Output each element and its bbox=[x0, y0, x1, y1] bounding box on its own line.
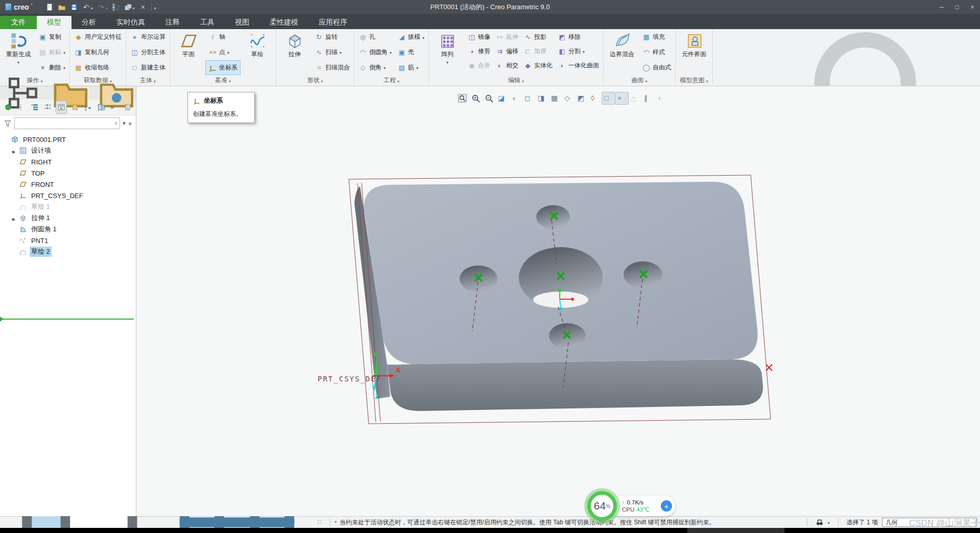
tree-columns-button[interactable] bbox=[56, 101, 66, 113]
ribbon-button-divide[interactable]: ◧分割 bbox=[555, 44, 602, 58]
pause-button[interactable]: ∥ bbox=[642, 92, 655, 104]
expander-icon[interactable] bbox=[11, 147, 16, 155]
ribbon-button-boundary-blend[interactable]: 边界混合 bbox=[605, 30, 639, 75]
tree-item-TOP[interactable]: TOP bbox=[0, 167, 136, 179]
ribbon-button-remove[interactable]: ◩移除 bbox=[555, 30, 602, 44]
search-binoculars-icon[interactable] bbox=[816, 518, 824, 526]
minimize-button[interactable]: ─ bbox=[934, 0, 949, 14]
tree-item-PRT0001.PRT[interactable]: PRT0001.PRT bbox=[0, 134, 136, 145]
tree-search-box[interactable]: × bbox=[14, 117, 120, 129]
ribbon-button-regenerate[interactable]: 重新生成 bbox=[2, 30, 35, 75]
search-caret-icon[interactable] bbox=[828, 519, 830, 526]
ribbon-button-freestyle[interactable]: ◯自由式 bbox=[639, 61, 674, 75]
tab-工具[interactable]: 工具 bbox=[190, 16, 225, 29]
ribbon-button-delete[interactable]: ×删除 bbox=[36, 61, 68, 75]
ribbon-button-fill[interactable]: ▦填充 bbox=[639, 30, 674, 44]
monitor-add-button[interactable]: + bbox=[661, 500, 672, 512]
annotation-display-button[interactable]: □ bbox=[602, 92, 615, 104]
ribbon-group-label[interactable]: 模型意图 bbox=[677, 75, 711, 86]
ribbon-button-rib[interactable]: ▨筋 bbox=[395, 61, 427, 75]
qat-undo-button[interactable]: ↶ bbox=[81, 2, 94, 13]
tab-注释[interactable]: 注释 bbox=[155, 16, 190, 29]
ribbon-button-offset[interactable]: ⇉偏移 bbox=[493, 44, 521, 58]
maximize-button[interactable]: □ bbox=[949, 0, 965, 14]
ribbon-button-shrinkwrap[interactable]: ▩收缩包络 bbox=[71, 61, 124, 75]
active-model-button[interactable] bbox=[3, 101, 13, 113]
capture-button[interactable]: ▦ bbox=[549, 92, 562, 104]
qat-open-file-button[interactable] bbox=[56, 2, 67, 13]
expander-icon[interactable] bbox=[11, 214, 16, 222]
zoom-fit-button[interactable] bbox=[456, 92, 469, 104]
tab-视图[interactable]: 视图 bbox=[225, 16, 259, 29]
ribbon-button-split-body[interactable]: ◫分割主体 bbox=[128, 45, 168, 59]
ribbon-button-copy-geometry[interactable]: ◨复制几何 bbox=[71, 45, 124, 59]
repaint-button[interactable]: ◪ bbox=[496, 92, 509, 104]
qat-window-switch-button[interactable] bbox=[123, 2, 136, 13]
qat-save-button[interactable] bbox=[68, 2, 80, 13]
ribbon-group-label[interactable]: 基准 bbox=[172, 75, 274, 86]
expand-items-button[interactable] bbox=[30, 101, 40, 113]
ribbon-button-revolve[interactable]: ↻旋转 bbox=[312, 30, 352, 44]
close-button[interactable]: × bbox=[965, 0, 980, 14]
filter-funnel-icon[interactable] bbox=[4, 119, 12, 128]
tab-实时仿真[interactable]: 实时仿真 bbox=[106, 16, 155, 29]
ribbon-button-sketch[interactable]: 草绘 bbox=[241, 30, 274, 75]
tree-item-倒圆角 1[interactable]: 倒圆角 1 bbox=[0, 224, 136, 235]
tree-filters-button[interactable] bbox=[83, 101, 93, 113]
ribbon-button-extend[interactable]: ↦延伸 bbox=[493, 30, 521, 44]
settings-doc-button[interactable] bbox=[123, 101, 133, 113]
collapse-items-button[interactable] bbox=[43, 101, 53, 113]
resume-button[interactable]: ◗ bbox=[655, 92, 668, 104]
part-front-face[interactable] bbox=[387, 359, 763, 411]
insert-here-locator[interactable] bbox=[0, 319, 134, 320]
ribbon-button-csys[interactable]: 坐标系 bbox=[206, 61, 240, 75]
ribbon-button-unify-surface[interactable]: ◗一体化曲面 bbox=[555, 59, 602, 72]
tree-item-草绘 2[interactable]: 草绘 2 bbox=[0, 246, 136, 257]
shading-button[interactable]: ◑ bbox=[509, 92, 522, 104]
clear-search-icon[interactable]: × bbox=[114, 120, 117, 127]
ribbon-button-intersect[interactable]: ◐相交 bbox=[493, 59, 521, 72]
zoom-out-button[interactable] bbox=[483, 92, 495, 104]
model-3d-view[interactable]: PRT_CSYS_DEF Y X Z bbox=[136, 86, 980, 516]
datum-display-button[interactable]: ◊ bbox=[589, 92, 602, 104]
ribbon-group-label[interactable]: 工程 bbox=[356, 75, 427, 86]
feature-wizard-button[interactable] bbox=[69, 101, 80, 113]
search-options-caret-icon[interactable]: ▾ bbox=[123, 120, 126, 127]
ribbon-button-extrude[interactable]: 拉伸 bbox=[278, 30, 312, 75]
ribbon-button-hole[interactable]: ◎孔 bbox=[356, 30, 394, 44]
ribbon-button-point[interactable]: ××点 bbox=[206, 45, 240, 59]
tab-分析[interactable]: 分析 bbox=[71, 16, 106, 29]
ribbon-button-plane[interactable]: 平面 bbox=[172, 30, 205, 75]
tab-模型[interactable]: 模型 bbox=[37, 16, 71, 29]
tree-item-草绘 1[interactable]: 草绘 1 bbox=[0, 201, 136, 212]
ribbon-button-chamfer[interactable]: ◇倒角 bbox=[356, 61, 394, 75]
perspective-button[interactable]: △ bbox=[629, 92, 641, 104]
ribbon-button-axis[interactable]: /轴 bbox=[206, 30, 240, 44]
ribbon-group-label[interactable]: 编辑 bbox=[431, 75, 602, 86]
display-style-button[interactable]: ◻ bbox=[522, 92, 535, 104]
tree-item-FRONT[interactable]: FRONT bbox=[0, 179, 136, 190]
tree-item-RIGHT[interactable]: RIGHT bbox=[0, 156, 136, 167]
ribbon-button-draft[interactable]: ◢拔模 bbox=[395, 30, 427, 44]
qat-close-window-button[interactable]: × bbox=[137, 2, 149, 13]
view-cube-button[interactable]: ◇ bbox=[562, 92, 575, 104]
qat-customize-arrow-icon[interactable] bbox=[154, 3, 156, 12]
ribbon-button-round[interactable]: ◠倒圆角 bbox=[356, 45, 394, 59]
blank-doc-button[interactable]: □ bbox=[318, 518, 326, 526]
tree-item-PRT_CSYS_DEF[interactable]: PRT_CSYS_DEF bbox=[0, 190, 136, 201]
overflow-button[interactable]: » bbox=[109, 101, 119, 113]
ribbon-button-udf[interactable]: ◆用户定义特征 bbox=[71, 30, 124, 44]
ribbon-button-sweep[interactable]: ∿扫描 bbox=[312, 45, 352, 59]
tab-file[interactable]: 文件 bbox=[0, 16, 37, 29]
qat-redo-button[interactable]: ↷ bbox=[95, 2, 109, 13]
tree-item-拉伸 1[interactable]: 拉伸 1 bbox=[0, 212, 136, 224]
ribbon-button-mirror[interactable]: ◫镜像 bbox=[465, 30, 493, 44]
tree-item-设计项[interactable]: 设计项 bbox=[0, 145, 136, 156]
ribbon-button-pattern[interactable]: 阵列 bbox=[431, 30, 464, 75]
qat-model-display-button[interactable] bbox=[110, 2, 122, 13]
grip-button[interactable]: ⋮ bbox=[16, 101, 27, 113]
ribbon-button-paste[interactable]: ▤粘贴 bbox=[36, 45, 68, 59]
saved-orientations-button[interactable]: ◨ bbox=[536, 92, 548, 104]
tree-list-button[interactable] bbox=[96, 101, 106, 113]
ribbon-group-label[interactable]: 形状 bbox=[278, 75, 352, 86]
